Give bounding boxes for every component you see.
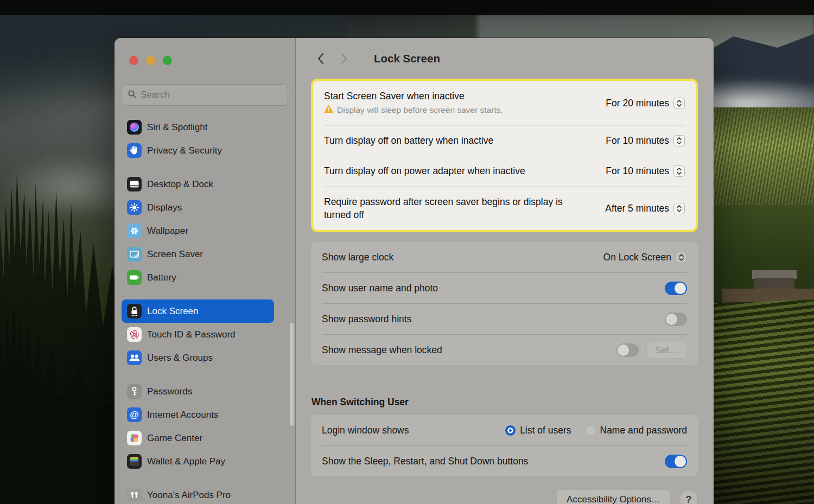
accessibility-options-button[interactable]: Accessibility Options… xyxy=(556,489,671,504)
sleep-restart-shutdown-toggle[interactable] xyxy=(665,455,687,468)
sidebar-item-label: Touch ID & Password xyxy=(147,329,236,340)
large-clock-popup[interactable]: On Lock Screen xyxy=(603,252,687,263)
sidebar-item-users-groups[interactable]: Users & Groups xyxy=(122,346,274,369)
help-button[interactable]: ? xyxy=(679,490,698,504)
popup-value: For 10 minutes xyxy=(606,165,669,177)
settings-row-large-clock: Show large clock On Lock Screen xyxy=(311,242,698,272)
sidebar-item-displays[interactable]: Displays xyxy=(122,196,274,219)
display-off-battery-popup[interactable]: For 10 minutes xyxy=(606,135,685,146)
game-center-icon xyxy=(127,431,142,445)
warning-text: Display will sleep before screen saver s… xyxy=(337,105,503,115)
password-hints-toggle[interactable] xyxy=(665,312,687,326)
sidebar-item-battery[interactable]: Battery xyxy=(122,266,274,289)
sidebar-item-screen-saver[interactable]: Screen Saver xyxy=(122,243,274,266)
stepper-icon xyxy=(673,135,685,146)
sidebar-item-label: Internet Accounts xyxy=(147,410,218,420)
search-field[interactable] xyxy=(122,84,288,106)
zoom-button[interactable] xyxy=(163,56,172,65)
fingerprint-icon xyxy=(127,327,142,342)
screen-saver-settings-group: Start Screen Saver when inactive Display… xyxy=(311,79,698,232)
radio-selected-icon xyxy=(505,425,516,436)
display-off-power-popup[interactable]: For 10 minutes xyxy=(606,165,685,177)
sidebar-item-label: Users & Groups xyxy=(147,353,213,363)
sidebar-item-label: Lock Screen xyxy=(147,306,199,317)
sidebar-item-wallpaper[interactable]: Wallpaper xyxy=(122,219,274,243)
radio-list-of-users[interactable]: List of users xyxy=(505,425,571,436)
lock-icon xyxy=(127,304,142,318)
sidebar-item-internet-accounts[interactable]: @ Internet Accounts xyxy=(122,403,274,426)
search-icon xyxy=(128,90,137,101)
require-password-popup[interactable]: After 5 minutes xyxy=(605,203,685,214)
username-photo-toggle[interactable] xyxy=(665,282,687,295)
sidebar-list: Siri & Spotlight Privacy & Security Desk… xyxy=(115,116,295,504)
minimize-button[interactable] xyxy=(146,56,155,65)
siri-icon xyxy=(127,120,142,135)
back-button[interactable] xyxy=(311,49,329,68)
setting-label: Turn display off on battery when inactiv… xyxy=(324,135,493,146)
sidebar-item-label: Siri & Spotlight xyxy=(147,122,208,133)
airpods-icon xyxy=(127,488,142,502)
screen-saver-icon xyxy=(127,247,142,261)
system-settings-window: Siri & Spotlight Privacy & Security Desk… xyxy=(115,38,714,504)
login-window-radio-group: List of users Name and password xyxy=(505,425,687,436)
setting-label: Require password after screen saver begi… xyxy=(324,195,563,221)
sidebar-scrollbar[interactable] xyxy=(290,323,294,426)
sidebar-item-privacy-security[interactable]: Privacy & Security xyxy=(122,139,274,162)
setting-label: Show user name and photo xyxy=(322,283,438,294)
sidebar-item-airpods[interactable]: Yoona’s AirPods Pro xyxy=(122,483,274,504)
at-sign-icon: @ xyxy=(127,407,142,422)
wallpaper-hills-shading xyxy=(699,107,814,213)
sidebar-item-label: Wallpaper xyxy=(147,226,188,237)
users-icon xyxy=(127,350,142,365)
lock-screen-options-group: Show large clock On Lock Screen Show use… xyxy=(311,242,698,365)
radio-label: List of users xyxy=(520,425,571,436)
forward-button[interactable] xyxy=(335,49,353,68)
setting-label: Login window shows xyxy=(322,425,409,436)
sidebar-item-label: Passwords xyxy=(147,386,192,397)
lock-message-toggle[interactable] xyxy=(616,343,639,357)
sidebar-item-siri-spotlight[interactable]: Siri & Spotlight xyxy=(122,116,274,139)
setting-warning: Display will sleep before screen saver s… xyxy=(324,105,503,116)
setting-label: Turn display off on power adapter when i… xyxy=(324,165,525,177)
sidebar-item-passwords[interactable]: Passwords xyxy=(122,380,274,403)
start-screensaver-popup[interactable]: For 20 minutes xyxy=(606,98,685,109)
setting-label: Show message when locked xyxy=(322,344,442,356)
sidebar-item-desktop-dock[interactable]: Desktop & Dock xyxy=(122,173,274,196)
sidebar: Siri & Spotlight Privacy & Security Desk… xyxy=(115,38,295,504)
settings-row-display-off-power: Turn display off on power adapter when i… xyxy=(313,156,696,186)
popup-value: On Lock Screen xyxy=(603,252,671,263)
settings-row-require-password: Require password after screen saver begi… xyxy=(313,187,696,230)
settings-row-start-screensaver: Start Screen Saver when inactive Display… xyxy=(313,81,696,125)
desktop-dock-icon xyxy=(127,177,142,192)
wallpaper-barn xyxy=(754,278,794,290)
flower-icon xyxy=(127,224,142,238)
radio-name-password[interactable]: Name and password xyxy=(586,425,688,436)
settings-row-sleep-restart-buttons: Show the Sleep, Restart, and Shut Down b… xyxy=(311,446,698,476)
stepper-icon xyxy=(673,98,685,109)
popup-value: After 5 minutes xyxy=(605,203,669,214)
page-title: Lock Screen xyxy=(374,52,440,65)
close-button[interactable] xyxy=(129,56,138,65)
set-message-button[interactable]: Set… xyxy=(646,342,687,359)
switching-user-group: Login window shows List of users Name an… xyxy=(311,415,698,476)
sidebar-item-label: Displays xyxy=(147,202,182,213)
window-controls xyxy=(129,56,172,65)
radio-unselected-icon xyxy=(586,425,596,436)
wallet-icon xyxy=(127,454,142,469)
sidebar-item-wallet[interactable]: Wallet & Apple Pay xyxy=(122,450,274,473)
hand-icon xyxy=(127,143,142,158)
settings-row-display-off-battery: Turn display off on battery when inactiv… xyxy=(313,126,696,156)
settings-row-password-hints: Show password hints xyxy=(311,304,698,334)
radio-label: Name and password xyxy=(600,425,688,436)
sidebar-item-lock-screen[interactable]: Lock Screen xyxy=(122,299,274,323)
section-title: When Switching User xyxy=(311,397,698,408)
stepper-icon xyxy=(673,165,685,177)
sidebar-item-game-center[interactable]: Game Center xyxy=(122,426,274,450)
sidebar-item-touch-id[interactable]: Touch ID & Password xyxy=(122,323,274,346)
sun-icon xyxy=(127,200,142,215)
sidebar-item-label: Screen Saver xyxy=(147,249,203,260)
panel-footer: Accessibility Options… ? xyxy=(311,489,698,504)
sidebar-item-label: Wallet & Apple Pay xyxy=(147,456,225,467)
settings-row-lock-message: Show message when locked Set… xyxy=(311,335,698,365)
search-input[interactable] xyxy=(141,90,282,100)
